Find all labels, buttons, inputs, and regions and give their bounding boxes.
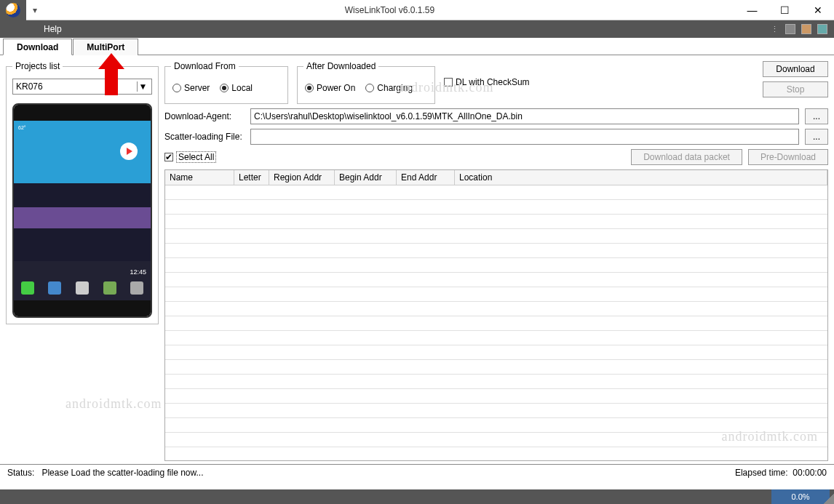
col-name[interactable]: Name	[165, 170, 234, 185]
resize-grip-icon[interactable]	[824, 494, 834, 504]
status-message: Please Load the scatter-loading file now…	[41, 468, 203, 478]
device-preview-image: 62° 12:45	[12, 103, 152, 318]
scatter-input[interactable]	[250, 129, 799, 145]
elapsed-label: Elapsed time:	[735, 468, 788, 478]
toolbar-icon-3[interactable]	[801, 23, 812, 35]
download-from-fieldset: Download From Server Local	[164, 61, 288, 104]
title-bar: ▾ WiseLinkTool v6.0.1.59 — ☐ ✕	[0, 0, 834, 20]
toolbar-icon-1[interactable]: ⋮	[769, 23, 780, 35]
partition-table[interactable]: Name Letter Region Addr Begin Addr End A…	[164, 169, 828, 461]
minimize-button[interactable]: —	[736, 0, 769, 20]
radio-charging[interactable]: Charging	[365, 83, 413, 93]
checkbox-select-all[interactable]: ✔ Select All	[164, 151, 216, 163]
browse-da-button[interactable]: ...	[805, 108, 828, 124]
col-end[interactable]: End Addr	[397, 170, 455, 185]
col-region[interactable]: Region Addr	[269, 170, 335, 185]
tab-multiport[interactable]: MultiPort	[73, 39, 138, 55]
download-button[interactable]: Download	[763, 61, 828, 77]
checkbox-dl-checksum[interactable]: DL with CheckSum	[444, 77, 530, 87]
after-downloaded-legend: After Downloaded	[303, 61, 378, 71]
pre-download-button[interactable]: Pre-Download	[748, 149, 828, 165]
tab-download[interactable]: Download	[3, 39, 72, 55]
col-begin[interactable]: Begin Addr	[335, 170, 397, 185]
projects-legend: Projects list	[12, 61, 63, 71]
projects-fieldset: Projects list KR076 ▼ 62° 12:45	[6, 61, 159, 324]
menu-bar: Help ⋮	[0, 20, 834, 38]
footer-strip: 0.0%	[0, 489, 834, 504]
status-bar: Status: Please Load the scatter-loading …	[0, 465, 834, 479]
toolbar-icon-4[interactable]	[817, 23, 828, 35]
stop-button[interactable]: Stop	[763, 81, 828, 97]
download-data-packet-button[interactable]: Download data packet	[631, 149, 742, 165]
status-prefix: Status:	[7, 468, 34, 478]
toolbar-icon-2[interactable]	[785, 23, 796, 35]
radio-power-on[interactable]: Power On	[305, 83, 355, 93]
projects-selected: KR076	[16, 81, 43, 92]
maximize-button[interactable]: ☐	[769, 0, 801, 20]
after-downloaded-fieldset: After Downloaded Power On Charging	[297, 61, 435, 104]
window-title: WiseLinkTool v6.0.1.59	[44, 5, 736, 15]
table-body-empty	[165, 185, 827, 460]
download-agent-input[interactable]	[250, 108, 799, 124]
progress-percent: 0.0%	[771, 489, 830, 504]
radio-local[interactable]: Local	[220, 83, 253, 93]
projects-dropdown[interactable]: KR076 ▼	[12, 79, 152, 95]
col-location[interactable]: Location	[455, 170, 827, 185]
app-icon	[0, 0, 26, 20]
close-button[interactable]: ✕	[801, 0, 834, 20]
download-from-legend: Download From	[171, 61, 239, 71]
col-letter[interactable]: Letter	[234, 170, 269, 185]
menu-help[interactable]: Help	[35, 20, 71, 38]
download-agent-label: Download-Agent:	[164, 111, 245, 121]
elapsed-value: 00:00:00	[793, 468, 827, 478]
progress-bar	[7, 479, 827, 487]
radio-server[interactable]: Server	[172, 83, 210, 93]
tabstrip: Download MultiPort	[0, 38, 834, 55]
browse-scatter-button[interactable]: ...	[805, 129, 828, 145]
scatter-label: Scatter-loading File:	[164, 132, 245, 142]
dropdown-arrow-icon: ▼	[137, 81, 148, 92]
qat-dropdown-icon[interactable]: ▾	[26, 5, 44, 15]
content-area: Projects list KR076 ▼ 62° 12:45	[0, 55, 834, 464]
